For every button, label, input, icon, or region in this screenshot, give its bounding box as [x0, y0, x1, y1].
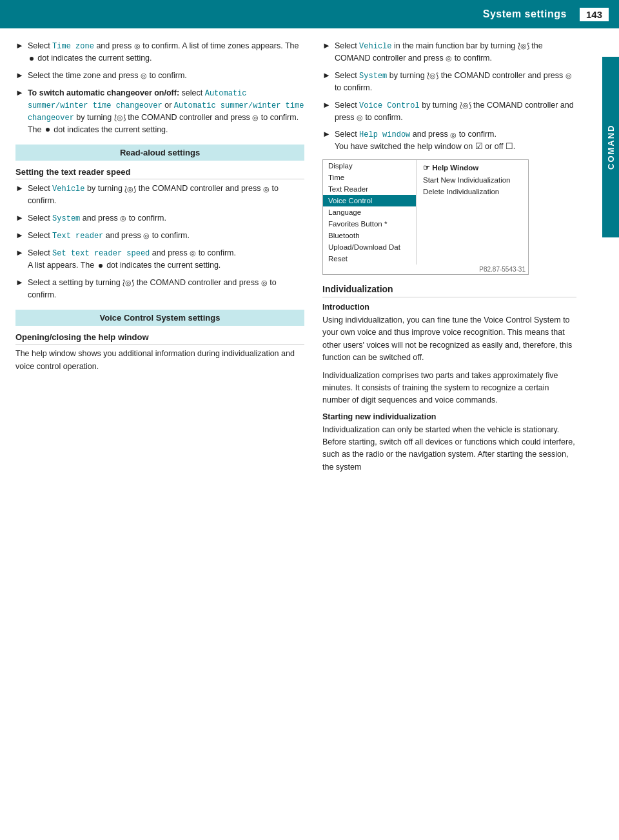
bullet-arrow-icon: ► — [15, 230, 24, 240]
confirm-icon: ◎ — [446, 53, 452, 64]
code-system-r: System — [359, 72, 387, 81]
section-header-voice-control: Voice Control System settings — [15, 310, 304, 326]
page-header: System settings 143 — [0, 0, 619, 28]
bullet-text: Select Vehicle by turning ⟅◎⟆ the COMAND… — [28, 183, 304, 207]
menu-item-time: Time — [323, 172, 416, 183]
list-item: ► Select System by turning ⟅◎⟆ the COMAN… — [322, 70, 576, 94]
submenu-item-helpwindow: ☞ Help Window — [419, 161, 526, 174]
list-item: ► Select Vehicle in the main function ba… — [322, 40, 576, 65]
list-item: ► Select the time zone and press ◎ to co… — [15, 70, 304, 82]
bullet-text: Select the time zone and press ◎ to conf… — [28, 70, 304, 82]
bullet-arrow-icon: ► — [15, 88, 24, 97]
start-text: Individualization can only be started wh… — [322, 424, 576, 474]
bullet-arrow-icon: ► — [322, 70, 331, 80]
list-item: ► Select Text reader and press ◎ to conf… — [15, 230, 304, 242]
start-heading: Starting new individualization — [322, 412, 576, 421]
menu-item-language: Language — [323, 206, 416, 218]
code-helpwindow: Help window — [359, 130, 410, 139]
confirm-icon: ◎ — [357, 112, 363, 123]
confirm-icon: ◎ — [252, 112, 259, 123]
checkbox-unchecked-icon — [506, 142, 513, 151]
code-voicecontrol: Voice Control — [359, 101, 420, 110]
confirm-icon: ◎ — [450, 130, 457, 141]
bullet-arrow-icon: ► — [15, 41, 24, 50]
screenshot-menu-left: Display Time Text Reader Voice Control L… — [323, 160, 417, 265]
bullet-text: Select a setting by turning ⟅◎⟆ the COMA… — [28, 277, 304, 301]
controller-icon: ⟅◎⟆ — [427, 70, 438, 81]
menu-item-textreader: Text Reader — [323, 183, 416, 195]
bullet-arrow-icon: ► — [15, 70, 24, 80]
screenshot-image: Display Time Text Reader Voice Control L… — [322, 159, 529, 275]
bullet-text: To switch automatic changeover on/off: s… — [28, 87, 304, 136]
controller-icon: ⟅◎⟆ — [460, 100, 471, 111]
bullet-arrow-icon: ► — [322, 41, 331, 50]
bullet-text: Select Voice Control by turning ⟅◎⟆ the … — [335, 99, 576, 124]
dot-icon — [30, 57, 34, 61]
left-column: ► Select Time zone and press ◎ to confir… — [0, 40, 316, 479]
subsection-heading-text-reader: Setting the text reader speed — [15, 167, 304, 179]
bullet-arrow-icon: ► — [15, 277, 24, 287]
bullet-text: Select System and press ◎ to confirm. — [28, 212, 304, 225]
bullet-text: Select Help window and press ◎ to confir… — [335, 128, 576, 153]
list-item: ► To switch automatic changeover on/off:… — [15, 87, 304, 136]
list-item: ► Select Time zone and press ◎ to confir… — [15, 40, 304, 65]
code-timzone: Time zone — [52, 42, 94, 51]
bullet-arrow-icon: ► — [322, 100, 331, 110]
intro-text: Using individualization, you can fine tu… — [322, 314, 576, 365]
list-item: ► Select Help window and press ◎ to conf… — [322, 128, 576, 153]
menu-item-favorites: Favorites Button * — [323, 218, 416, 230]
screenshot-menu: Display Time Text Reader Voice Control L… — [323, 160, 528, 265]
menu-item-voicecontrol: Voice Control — [323, 195, 416, 206]
list-item: ► Select a setting by turning ⟅◎⟆ the CO… — [15, 277, 304, 301]
list-item: ► Select Vehicle by turning ⟅◎⟆ the COMA… — [15, 183, 304, 207]
confirm-icon: ◎ — [143, 230, 150, 241]
menu-item-reset: Reset — [323, 253, 416, 265]
menu-item-display: Display — [323, 160, 416, 172]
bullet-text: Select System by turning ⟅◎⟆ the COMAND … — [335, 70, 576, 94]
screenshot-caption: P82.87-5543-31 — [323, 265, 528, 274]
menu-item-bluetooth: Bluetooth — [323, 230, 416, 241]
controller-icon: ⟅◎⟆ — [518, 41, 529, 52]
screenshot-menu-right: ☞ Help Window Start New Individualizatio… — [417, 160, 528, 265]
intro-heading: Introduction — [322, 303, 576, 312]
submenu-item-deleteindi: Delete Individualization — [419, 186, 526, 197]
page-number: 143 — [580, 8, 609, 21]
bullet-arrow-icon: ► — [15, 248, 24, 257]
bullet-text: Select Text reader and press ◎ to confir… — [28, 230, 304, 242]
confirm-icon: ◎ — [565, 70, 572, 81]
confirm-icon: ◎ — [120, 213, 126, 224]
main-content: ► Select Time zone and press ◎ to confir… — [0, 28, 619, 479]
confirm-icon: ◎ — [134, 41, 141, 52]
submenu-item-newindi: Start New Individualization — [419, 174, 526, 186]
bullet-text: Select Vehicle in the main function bar … — [335, 40, 576, 65]
right-column: ► Select Vehicle in the main function ba… — [316, 40, 600, 479]
subsection-heading-help-window: Opening/closing the help window — [15, 332, 304, 345]
code-vehicle-r: Vehicle — [359, 42, 391, 51]
controller-icon: ⟅◎⟆ — [123, 277, 134, 288]
checkbox-checked-icon — [475, 142, 483, 151]
menu-item-upload: Upload/Download Dat — [323, 241, 416, 253]
dot-icon — [46, 128, 50, 132]
bullet-arrow-icon: ► — [15, 183, 24, 193]
header-title: System settings — [10, 8, 567, 20]
bullet-text: Select Set text reader speed and press ◎… — [28, 247, 304, 272]
list-item: ► Select Set text reader speed and press… — [15, 247, 304, 272]
dot-icon — [99, 264, 103, 268]
bullet-arrow-icon: ► — [322, 129, 331, 139]
controller-icon: ⟅◎⟆ — [124, 184, 136, 195]
bold-label: To switch automatic changeover on/off: — [28, 88, 179, 97]
list-item: ► Select Voice Control by turning ⟅◎⟆ th… — [322, 99, 576, 124]
confirm-icon: ◎ — [141, 70, 147, 81]
confirm-icon: ◎ — [261, 277, 268, 288]
bullet-text: Select Time zone and press ◎ to confirm.… — [28, 40, 304, 65]
confirm-icon: ◎ — [263, 184, 270, 195]
code-textreader: Text reader — [52, 232, 103, 241]
bullet-arrow-icon: ► — [15, 213, 24, 223]
para2-text: Individualization comprises two parts an… — [322, 370, 576, 407]
individualization-title: Individualization — [322, 284, 576, 297]
code-settextspeed: Set text reader speed — [52, 249, 150, 258]
code-vehicle: Vehicle — [52, 185, 84, 194]
section-header-read-aloud: Read-aloud settings — [15, 145, 304, 161]
list-item: ► Select System and press ◎ to confirm. — [15, 212, 304, 225]
help-window-description: The help window shows you additional inf… — [15, 348, 304, 373]
